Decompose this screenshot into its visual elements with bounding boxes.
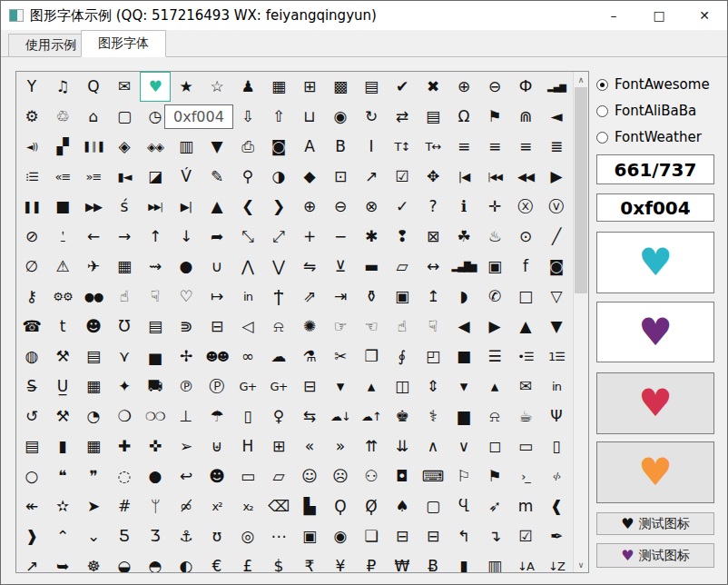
icon-code[interactable]: ‹/› bbox=[541, 461, 572, 491]
icon-lock[interactable]: Ω bbox=[448, 102, 479, 132]
icon-print[interactable]: ⎙ bbox=[232, 132, 263, 162]
icon-adjust[interactable]: ◑ bbox=[263, 162, 294, 192]
icon-angle-double-left[interactable]: « bbox=[294, 431, 325, 461]
icon-info-circle[interactable]: ℹ bbox=[448, 192, 479, 222]
icon-envelope[interactable]: ✉ bbox=[510, 372, 541, 402]
icon-chevron-circle-right[interactable]: ❱ bbox=[16, 521, 47, 551]
icon-exclamation-circle[interactable]: ❢ bbox=[387, 222, 418, 252]
icon-calendar-o[interactable]: ▢ bbox=[418, 491, 448, 521]
icon-gbp[interactable]: £ bbox=[232, 551, 263, 572]
icon-tablet[interactable]: ▯ bbox=[541, 431, 572, 461]
scrollbar-down-button[interactable]: ∨ bbox=[574, 557, 588, 572]
icon-gift[interactable]: ⊠ bbox=[418, 222, 448, 252]
icon-step-forward[interactable]: ▶| bbox=[171, 192, 202, 222]
icon-music[interactable]: ♫ bbox=[47, 72, 78, 102]
icon-pencil-square[interactable]: ✒ bbox=[541, 521, 572, 551]
icon-wrench[interactable]: ⚒ bbox=[47, 342, 78, 372]
icon-hdd-o[interactable]: ⊟ bbox=[202, 312, 232, 342]
icon-github[interactable]: ☻ bbox=[78, 312, 109, 342]
icon-code-fork[interactable]: ᛘ bbox=[140, 491, 171, 521]
icon-gavel[interactable]: ⚒ bbox=[47, 402, 78, 431]
icon-plus-circle[interactable]: ⊕ bbox=[294, 192, 325, 222]
icon-beer[interactable]: ⊎ bbox=[202, 431, 232, 461]
icon-comments[interactable]: ●● bbox=[78, 282, 109, 312]
icon-facebook-square[interactable]: f bbox=[510, 252, 541, 282]
icon-fire[interactable]: ♨ bbox=[479, 222, 510, 252]
icon-caret-down[interactable]: ▾ bbox=[325, 372, 356, 402]
icon-hand-o-up[interactable]: ☝ bbox=[387, 312, 418, 342]
icon-microphone-slash[interactable]: Ϙ̸ bbox=[356, 491, 387, 521]
icon-eject[interactable]: ▲ bbox=[202, 192, 232, 222]
icon-arrow-right[interactable]: → bbox=[109, 222, 140, 252]
icon-user[interactable]: ♟ bbox=[232, 72, 263, 102]
icon-ellipsis-h[interactable]: ⋯ bbox=[263, 521, 294, 551]
icon-rss[interactable]: ⋑ bbox=[171, 312, 202, 342]
icon-caret-up[interactable]: ▴ bbox=[356, 372, 387, 402]
icon-mail-forward[interactable]: ➦ bbox=[202, 222, 232, 252]
icon-camera[interactable]: ◙ bbox=[263, 132, 294, 162]
icon-twitter-square[interactable]: ▣ bbox=[479, 252, 510, 282]
icon-star[interactable]: ★ bbox=[171, 72, 202, 102]
icon-share-square-o[interactable]: ↗ bbox=[356, 162, 387, 192]
icon-html5[interactable]: Ƽ bbox=[109, 521, 140, 551]
icon-list[interactable]: ⁝☰ bbox=[16, 162, 47, 192]
icon-asterisk[interactable]: ✱ bbox=[356, 222, 387, 252]
icon-circle[interactable]: ● bbox=[140, 461, 171, 491]
icon-barcode[interactable]: ▌║▐ bbox=[78, 132, 109, 162]
icon-fighter-jet[interactable]: ➢ bbox=[171, 431, 202, 461]
icon-files-o[interactable]: ❐ bbox=[356, 342, 387, 372]
icon-align-center[interactable]: ≡ bbox=[479, 132, 510, 162]
icon-krw[interactable]: ₩ bbox=[387, 551, 418, 572]
icon-chevron-left[interactable]: ❮ bbox=[232, 192, 263, 222]
icon-play-circle[interactable]: ◉ bbox=[325, 521, 356, 551]
icon-fire-extinguisher[interactable]: Ⴁ bbox=[448, 491, 479, 521]
icon-bookmark-o[interactable]: ▽ bbox=[541, 282, 572, 312]
test-icon-button-purple[interactable]: ♥ 测试图标 bbox=[596, 543, 714, 568]
icon-desktop[interactable]: ◻ bbox=[479, 431, 510, 461]
icon-rub[interactable]: ₽ bbox=[356, 551, 387, 572]
icon-stethoscope[interactable]: ⚕ bbox=[418, 402, 448, 431]
icon-thumbs-o-down[interactable]: ☟ bbox=[140, 282, 171, 312]
icon-sort-asc[interactable]: ▴ bbox=[479, 372, 510, 402]
icon-glass[interactable]: Y bbox=[16, 72, 47, 102]
icon-chevron-circle-down[interactable]: ⌄ bbox=[78, 521, 109, 551]
icon-arrow-circle-left[interactable]: ◀ bbox=[448, 312, 479, 342]
icon-globe[interactable]: ◍ bbox=[16, 342, 47, 372]
icon-glyph-f05f[interactable]: ⍘ bbox=[47, 222, 78, 252]
icon-glyph-f04f[interactable]: ś bbox=[109, 192, 140, 222]
icon-building-o[interactable]: ▮ bbox=[47, 431, 78, 461]
icon-key[interactable]: ⚷ bbox=[16, 282, 47, 312]
icon-qrcode[interactable]: ▞ bbox=[47, 132, 78, 162]
icon-github-alt[interactable]: ☻ bbox=[202, 461, 232, 491]
icon-folder-o[interactable]: ▭ bbox=[232, 461, 263, 491]
icon-caret-square-o-right[interactable]: ◐ bbox=[171, 551, 202, 572]
maximize-button[interactable]: □ bbox=[636, 1, 682, 30]
icon-search-minus[interactable]: ⊖ bbox=[479, 72, 510, 102]
scrollbar-up-button[interactable]: ∧ bbox=[574, 72, 588, 87]
icon-magic[interactable]: ✦ bbox=[109, 372, 140, 402]
icon-leaf[interactable]: ☘ bbox=[448, 222, 479, 252]
icon-times-circle-o[interactable]: ⓧ bbox=[510, 192, 541, 222]
icon-check[interactable]: ✔ bbox=[387, 72, 418, 102]
icon-heart-o[interactable]: ♡ bbox=[171, 282, 202, 312]
icon-repeat[interactable]: ↻ bbox=[356, 102, 387, 132]
icon-folder-open[interactable]: ▱ bbox=[387, 252, 418, 282]
icon-indent[interactable]: »≡ bbox=[78, 162, 109, 192]
icon-ban[interactable]: ⊘ bbox=[16, 222, 47, 252]
icon-unlock-alt[interactable]: ʊ bbox=[202, 521, 232, 551]
icon-linkedin-square[interactable]: in bbox=[232, 282, 263, 312]
icon-refresh[interactable]: ⇄ bbox=[387, 102, 418, 132]
icon-arrows[interactable]: ✥ bbox=[418, 162, 448, 192]
icon-lemon-o[interactable]: ◗ bbox=[448, 282, 479, 312]
icon-bold[interactable]: B bbox=[325, 132, 356, 162]
icon-sort-alpha-asc[interactable]: ↓A bbox=[510, 551, 541, 572]
icon-microphone[interactable]: Ϙ bbox=[325, 491, 356, 521]
icon-arrow-circle-up[interactable]: ▲ bbox=[510, 312, 541, 342]
icon-caret-square-o-down[interactable]: ◒ bbox=[109, 551, 140, 572]
icon-power-off[interactable]: Ф bbox=[510, 72, 541, 102]
icon-file-o[interactable]: ▢ bbox=[109, 102, 140, 132]
icon-linkedin[interactable]: in bbox=[541, 372, 572, 402]
icon-plane[interactable]: ✈ bbox=[78, 252, 109, 282]
icon-align-right[interactable]: ≡ bbox=[510, 132, 541, 162]
icon-glyph-f03f[interactable]: V́ bbox=[171, 162, 202, 192]
